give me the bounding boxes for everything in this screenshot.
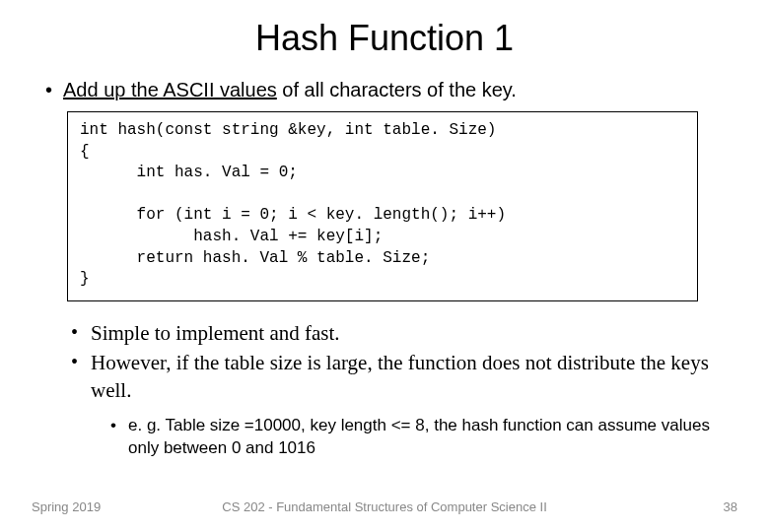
slide: Hash Function 1 Add up the ASCII values … — [0, 0, 769, 532]
footer: Spring 2019 CS 202 - Fundamental Structu… — [0, 499, 769, 514]
top-bullet-rest: of all characters of the key. — [277, 79, 517, 100]
top-bullet-list: Add up the ASCII values of all character… — [39, 77, 730, 103]
top-bullet: Add up the ASCII values of all character… — [39, 77, 730, 103]
body-bullet-1: Simple to implement and fast. — [69, 319, 730, 347]
footer-term: Spring 2019 — [32, 499, 101, 514]
sub-bullet-1: e. g. Table size =10000, key length <= 8… — [108, 415, 730, 460]
sub-bullet-list: e. g. Table size =10000, key length <= 8… — [108, 415, 730, 460]
footer-page-number: 38 — [724, 499, 737, 514]
slide-title: Hash Function 1 — [39, 18, 730, 59]
code-block: int hash(const string &key, int table. S… — [67, 111, 698, 301]
footer-course: CS 202 - Fundamental Structures of Compu… — [0, 499, 769, 514]
body-bullet-list: Simple to implement and fast. However, i… — [69, 319, 730, 405]
top-bullet-underlined: Add up the ASCII values — [63, 79, 277, 100]
body-bullet-2: However, if the table size is large, the… — [69, 349, 730, 405]
